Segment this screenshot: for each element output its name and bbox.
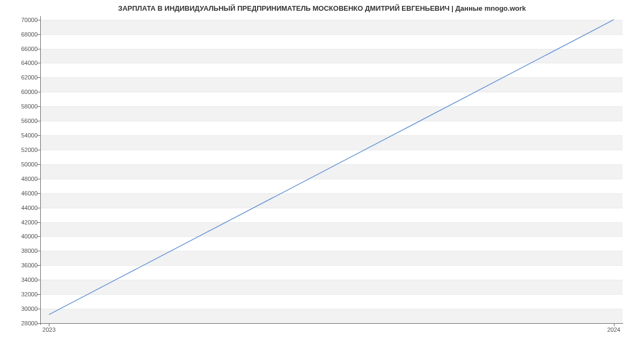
y-tick-label: 36000 <box>5 262 38 268</box>
y-tick-label: 46000 <box>5 190 38 197</box>
series-line-salary <box>49 20 613 315</box>
y-tick-label: 56000 <box>5 118 38 124</box>
y-tick-label: 62000 <box>5 74 38 81</box>
y-tick-label: 66000 <box>5 46 38 52</box>
y-tick-label: 34000 <box>5 277 38 283</box>
y-tick-label: 48000 <box>5 176 38 182</box>
y-tick-label: 28000 <box>5 320 38 326</box>
y-tick-label: 68000 <box>5 31 38 38</box>
axis-x <box>40 323 623 324</box>
y-tick-label: 58000 <box>5 103 38 110</box>
y-tick-label: 30000 <box>5 306 38 312</box>
y-tick-label: 64000 <box>5 60 38 66</box>
y-tick-label: 44000 <box>5 205 38 211</box>
x-tick-label: 2023 <box>42 326 55 333</box>
y-tick-label: 54000 <box>5 132 38 139</box>
chart-line-layer <box>40 16 623 323</box>
y-tick-label: 60000 <box>5 89 38 95</box>
y-tick-label: 52000 <box>5 147 38 153</box>
y-tick-label: 50000 <box>5 161 38 168</box>
y-tick-label: 32000 <box>5 291 38 297</box>
y-tick-label: 42000 <box>5 219 38 226</box>
y-tick-label: 70000 <box>5 17 38 23</box>
y-tick-label: 40000 <box>5 233 38 239</box>
x-tick-label: 2024 <box>607 326 620 333</box>
y-tick-label: 38000 <box>5 248 38 254</box>
chart-title: ЗАРПЛАТА В ИНДИВИДУАЛЬНЫЙ ПРЕДПРИНИМАТЕЛ… <box>0 4 644 12</box>
